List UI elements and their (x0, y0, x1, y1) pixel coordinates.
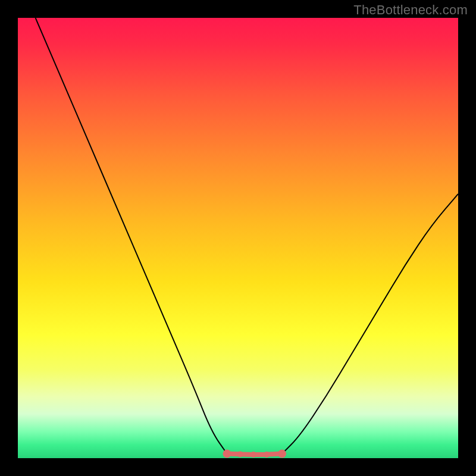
optimal-segment-dot (237, 451, 243, 457)
optimal-segment-dot (223, 450, 231, 458)
optimal-segment-dot (264, 452, 270, 458)
watermark-text: TheBottleneck.com (353, 2, 468, 18)
chart-frame: TheBottleneck.com (0, 0, 476, 476)
optimal-segment-dot (250, 452, 256, 458)
chart-svg (18, 18, 458, 458)
optimal-segment-dot (278, 450, 286, 458)
heat-background (18, 18, 458, 458)
plot-area (18, 18, 458, 458)
